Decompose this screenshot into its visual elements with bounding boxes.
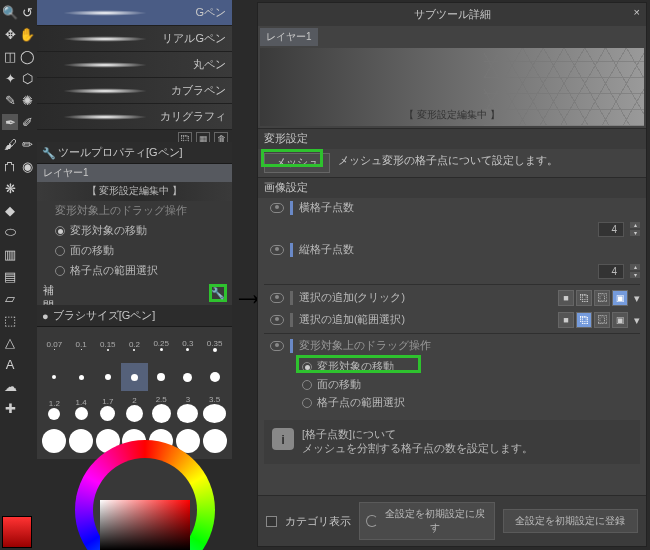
pencil-icon[interactable]: ✏ [19, 136, 35, 152]
brush-size-cell[interactable] [94, 363, 121, 391]
eyedropper-icon[interactable]: ✎ [2, 92, 18, 108]
brush-label: Gペン [195, 5, 226, 20]
eye-icon[interactable] [270, 341, 284, 351]
fill-icon[interactable]: ▥ [2, 246, 18, 262]
option-move-face[interactable]: 面の移動 [37, 241, 232, 261]
brush-size-cell[interactable]: 3.5 [201, 395, 228, 423]
brush-size-cell[interactable]: 0.07 [41, 331, 68, 359]
reset-all-button[interactable]: 全設定を初期設定に戻す [359, 502, 495, 540]
brush-size-cell[interactable] [68, 427, 95, 455]
brush-size-cell[interactable] [41, 363, 68, 391]
brush-size-cell[interactable] [41, 427, 68, 455]
pen-icon[interactable]: ✒ [2, 114, 18, 130]
handle-icon[interactable] [290, 243, 293, 257]
brush-size-cell[interactable]: 3 [175, 395, 202, 423]
brush-row-gpen[interactable]: Gペン [37, 0, 232, 26]
gradient-icon[interactable]: ▤ [2, 268, 18, 284]
brush-row-kaburapen[interactable]: カブラペン [37, 78, 232, 104]
brush-size-cell[interactable]: 0.1 [68, 331, 95, 359]
brush-size-cell[interactable]: 2 [121, 395, 148, 423]
v-grid-value[interactable]: 4 [598, 264, 624, 279]
option-move-target[interactable]: 変形対象の移動 [37, 221, 232, 241]
chevron-down-icon[interactable]: ▾ [634, 292, 640, 305]
register-all-button[interactable]: 全設定を初期設定に登録 [503, 509, 639, 533]
wand-icon[interactable]: ✦ [2, 70, 18, 86]
hand-icon[interactable]: ✋ [19, 26, 35, 42]
brush-size-cell[interactable]: 0.3 [175, 331, 202, 359]
select-pen-icon[interactable]: ⬡ [19, 70, 35, 86]
frame-icon[interactable]: ⬚ [2, 312, 18, 328]
burst-icon[interactable]: ✺ [19, 92, 35, 108]
brush-size-cell[interactable] [201, 363, 228, 391]
marquee-icon[interactable]: ◫ [2, 48, 18, 64]
dlg-option-move-face[interactable]: 面の移動 [294, 376, 646, 394]
brush-size-cell[interactable]: 1.4 [68, 395, 95, 423]
pattern-icon[interactable]: ❋ [2, 180, 18, 196]
spin-buttons[interactable]: ▴▾ [630, 221, 640, 237]
brush-size-cell[interactable]: 1.7 [94, 395, 121, 423]
brush-icon[interactable]: 🖌 [2, 136, 18, 152]
mode-new-icon[interactable]: ■ [558, 290, 574, 306]
mode-add-icon[interactable]: ⿻ [576, 290, 592, 306]
editing-badge: 【 変形設定編集中 】 [37, 182, 232, 201]
handle-icon[interactable] [290, 291, 293, 305]
move-icon[interactable]: ✥ [2, 26, 18, 42]
brush-size-cell[interactable]: 0.35 [201, 331, 228, 359]
brush-row-marupen[interactable]: 丸ペン [37, 52, 232, 78]
blend-icon[interactable]: ⬭ [2, 224, 18, 240]
light-pen-icon[interactable]: ✐ [19, 114, 35, 130]
brush-size-cell[interactable]: 1.2 [41, 395, 68, 423]
mode-sub-icon[interactable]: ⿴ [594, 290, 610, 306]
brush-size-cell[interactable]: 2.5 [148, 395, 175, 423]
lasso-icon[interactable]: ◯ [19, 48, 35, 64]
ink-icon[interactable]: ◉ [19, 158, 35, 174]
category-show-checkbox[interactable] [266, 516, 277, 527]
eye-icon[interactable] [270, 203, 284, 213]
airbrush-icon[interactable]: ⛫ [2, 158, 18, 174]
brush-size-cell[interactable]: 0.25 [148, 331, 175, 359]
h-grid-value[interactable]: 4 [598, 222, 624, 237]
close-icon[interactable]: × [634, 6, 640, 18]
handle-icon[interactable] [290, 313, 293, 327]
mode-new-icon[interactable]: ■ [558, 312, 574, 328]
brush-label: カリグラフィ [160, 109, 226, 124]
ruler-icon[interactable]: △ [2, 334, 18, 350]
fix-icon[interactable]: ✚ [2, 400, 18, 416]
subtool-detail-button[interactable]: 🔧 [209, 284, 227, 302]
dialog-titlebar[interactable]: サブツール詳細 × [258, 3, 646, 26]
brush-size-cell[interactable] [201, 427, 228, 455]
layer-tab[interactable]: レイヤー1 [37, 164, 232, 182]
spin-buttons[interactable]: ▴▾ [630, 263, 640, 279]
brush-row-realgpen[interactable]: リアルGペン [37, 26, 232, 52]
brush-size-cell[interactable]: 0.2 [121, 331, 148, 359]
dlg-option-grid-range[interactable]: 格子点の範囲選択 [294, 394, 646, 412]
mesh-button[interactable]: メッシュ [264, 153, 330, 173]
chevron-down-icon[interactable]: ▾ [634, 314, 640, 327]
mode-xor-icon[interactable]: ▣ [612, 312, 628, 328]
foreground-color-swatch[interactable] [2, 516, 32, 548]
brush-size-cell[interactable] [148, 363, 175, 391]
eye-icon[interactable] [270, 293, 284, 303]
brush-size-cell[interactable] [175, 363, 202, 391]
handle-icon[interactable] [290, 339, 293, 353]
text-icon[interactable]: A [2, 356, 18, 372]
brush-row-calligraphy[interactable]: カリグラフィ [37, 104, 232, 130]
handle-icon[interactable] [290, 201, 293, 215]
magnifier-icon[interactable]: 🔍 [2, 4, 18, 20]
dlg-option-move-target[interactable]: 変形対象の移動 [294, 358, 646, 376]
eye-icon[interactable] [270, 245, 284, 255]
brush-size-cell[interactable] [68, 363, 95, 391]
balloon-icon[interactable]: ☁ [2, 378, 18, 394]
mode-sub-icon[interactable]: ⿴ [594, 312, 610, 328]
option-grid-range[interactable]: 格子点の範囲選択 [37, 261, 232, 281]
mode-add-icon[interactable]: ⿻ [576, 312, 592, 328]
color-sv-box[interactable] [100, 500, 190, 550]
brush-size-cell[interactable]: 0.15 [94, 331, 121, 359]
dialog-layer-tab[interactable]: レイヤー1 [260, 28, 318, 46]
shape-icon[interactable]: ▱ [2, 290, 18, 306]
eraser-icon[interactable]: ◆ [2, 202, 18, 218]
undo-icon[interactable]: ↺ [19, 4, 35, 20]
mode-xor-icon[interactable]: ▣ [612, 290, 628, 306]
eye-icon[interactable] [270, 315, 284, 325]
brush-size-cell[interactable] [121, 363, 148, 391]
